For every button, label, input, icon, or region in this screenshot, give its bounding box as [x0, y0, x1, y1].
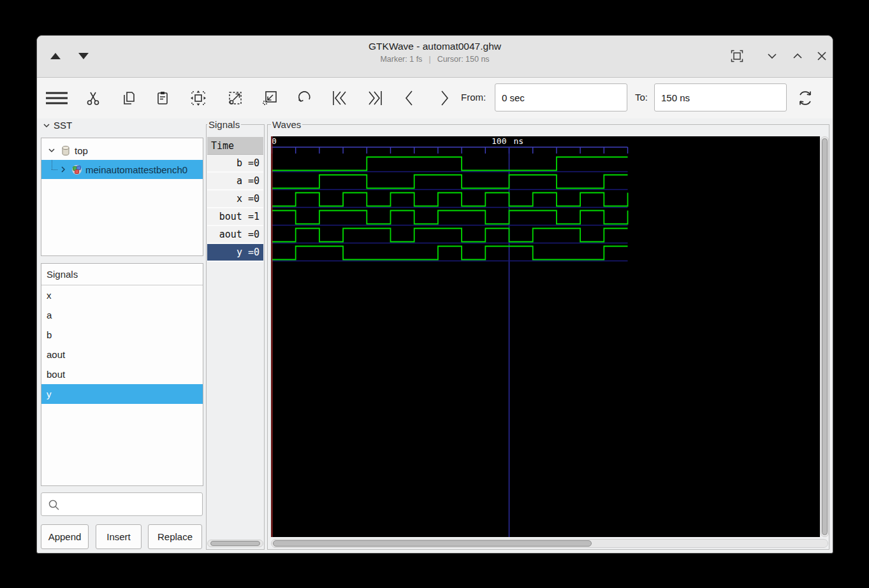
wave-aout	[272, 229, 628, 242]
skip-to-start-button[interactable]	[328, 86, 352, 110]
window-title: GTKWave - automat0047.ghw	[37, 41, 833, 52]
sst-label: SST	[54, 120, 72, 131]
desktop: GTKWave - automat0047.ghw Marker: 1 fs|C…	[0, 0, 869, 588]
cut-icon	[85, 90, 101, 106]
chevron-down-icon	[764, 48, 780, 64]
cut-button[interactable]	[81, 86, 105, 110]
next-edge-button[interactable]	[432, 86, 456, 110]
maximize-button[interactable]	[790, 48, 805, 64]
tree-item-testbench[interactable]: meinautomattestbench0	[41, 160, 203, 179]
waves-vscrollbar[interactable]	[821, 136, 829, 537]
undo-button[interactable]	[293, 86, 317, 110]
zoom-out-icon	[261, 89, 279, 107]
signal-value-row[interactable]: bout =1	[207, 208, 263, 226]
tree-guide-line	[52, 169, 57, 170]
hierarchy-icon	[71, 164, 82, 175]
zoom-in-button[interactable]	[223, 86, 247, 110]
expander-closed-icon[interactable]	[58, 164, 68, 175]
skip-to-start-icon	[330, 89, 349, 107]
list-item-bout[interactable]: bout	[41, 364, 203, 384]
to-label: To:	[635, 92, 648, 103]
skip-to-end-button[interactable]	[363, 86, 387, 110]
undo-icon	[296, 89, 314, 107]
list-item-y[interactable]: y	[41, 384, 203, 404]
shade-down-button[interactable]	[75, 49, 92, 63]
wave-y	[272, 247, 628, 260]
reload-icon	[796, 89, 815, 108]
replace-button[interactable]: Replace	[148, 524, 202, 549]
timeline-unit-label: ns	[514, 136, 524, 146]
signal-value-row[interactable]: a =0	[207, 173, 263, 190]
signal-value-row[interactable]: aout =0	[207, 226, 263, 244]
zoom-fit-icon	[189, 89, 207, 107]
signal-value-row[interactable]: y =0	[207, 244, 263, 262]
subtitle-separator: |	[428, 55, 430, 64]
reload-button[interactable]	[793, 86, 817, 110]
from-label: From:	[461, 92, 486, 103]
cursor-status: Cursor: 150 ns	[437, 55, 490, 64]
tree-guide-line	[52, 160, 52, 169]
expander-chevron-icon	[41, 120, 52, 131]
time-header: Time	[207, 137, 263, 155]
sst-expander[interactable]: SST	[41, 120, 72, 131]
chevron-up-icon	[790, 48, 805, 64]
zoom-out-button[interactable]	[258, 86, 282, 110]
menu-button[interactable]	[45, 86, 69, 110]
signal-value-row[interactable]: x =0	[207, 190, 263, 208]
waves-hscrollbar-thumb[interactable]	[273, 540, 592, 547]
signals-hscrollbar[interactable]	[207, 540, 263, 547]
waves-canvas[interactable]: 0100ns	[271, 136, 820, 537]
keep-above-button[interactable]	[729, 48, 745, 64]
list-item-b[interactable]: b	[41, 325, 203, 345]
list-item-a[interactable]: a	[41, 305, 203, 325]
signals-frame-label: Signals	[207, 119, 241, 130]
timeline-label-100: 100	[492, 136, 506, 146]
signal-value-row[interactable]: b =0	[207, 155, 263, 173]
insert-button[interactable]: Insert	[96, 524, 142, 549]
signal-browser-header: Signals	[41, 264, 203, 285]
chevron-left-icon	[400, 89, 418, 107]
skip-to-end-icon	[365, 89, 384, 107]
zoom-fit-button[interactable]	[186, 86, 210, 110]
zoom-in-icon	[226, 89, 244, 107]
menu-icon	[45, 90, 68, 106]
toolbar: From: To:	[37, 78, 833, 118]
list-item-aout[interactable]: aout	[41, 345, 203, 364]
to-input[interactable]	[654, 83, 787, 111]
waveform-plot: 0100ns	[271, 136, 820, 537]
paste-icon	[154, 90, 171, 106]
gtkwave-window: GTKWave - automat0047.ghw Marker: 1 fs|C…	[36, 35, 833, 554]
signals-hscrollbar-thumb[interactable]	[210, 541, 260, 546]
tree-item-top[interactable]: top	[41, 141, 203, 160]
sst-tree: top meinautomattestbench0	[41, 138, 203, 256]
shade-up-button[interactable]	[47, 49, 64, 63]
close-button[interactable]	[814, 48, 829, 64]
waves-hscrollbar[interactable]	[271, 539, 828, 548]
triangle-up-icon	[50, 53, 61, 59]
marker-status: Marker: 1 fs	[380, 55, 422, 64]
tree-item-label: top	[75, 145, 88, 156]
waves-vscrollbar-thumb[interactable]	[822, 138, 828, 535]
window-subtitle: Marker: 1 fs|Cursor: 150 ns	[37, 55, 833, 64]
from-input[interactable]	[495, 83, 627, 111]
waves-frame-label: Waves	[271, 119, 302, 130]
titlebar[interactable]: GTKWave - automat0047.ghw Marker: 1 fs|C…	[37, 36, 833, 78]
close-icon	[814, 48, 829, 64]
copy-button[interactable]	[117, 86, 141, 110]
append-button[interactable]: Append	[41, 524, 89, 549]
wave-x	[272, 193, 628, 206]
keep-above-icon	[729, 48, 745, 64]
list-item-x[interactable]: x	[41, 285, 203, 305]
search-icon	[47, 498, 61, 512]
chevron-right-icon	[435, 89, 453, 107]
signal-browser: Signals xabaoutbouty	[41, 263, 203, 486]
minimize-button[interactable]	[764, 48, 780, 64]
module-icon	[61, 145, 71, 156]
expander-open-icon[interactable]	[47, 145, 57, 155]
triangle-down-icon	[78, 53, 89, 59]
previous-edge-button[interactable]	[397, 86, 421, 110]
search-input[interactable]	[63, 494, 200, 515]
wave-a	[272, 175, 628, 189]
paste-button[interactable]	[150, 86, 175, 110]
search-box[interactable]	[41, 492, 203, 516]
